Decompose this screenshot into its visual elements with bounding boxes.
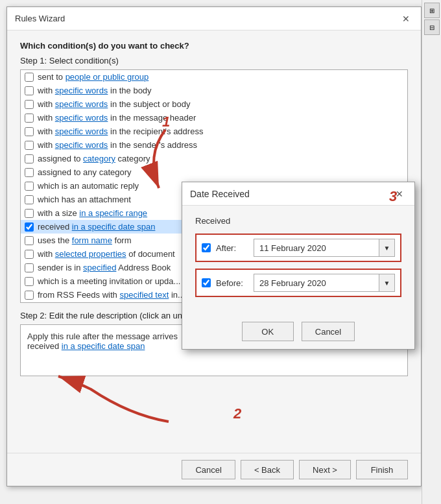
condition-any-category[interactable]: assigned to any category xyxy=(21,165,407,179)
specific-words-body-link[interactable]: specific words xyxy=(55,86,108,95)
before-date-input-group: ▼ xyxy=(254,274,395,292)
after-date-dropdown-button[interactable]: ▼ xyxy=(379,239,394,256)
condition-sent-to-checkbox[interactable] xyxy=(25,73,34,82)
date-dialog-title: Date Received xyxy=(190,189,250,199)
finish-button[interactable]: Finish xyxy=(356,460,408,479)
rss-specified-text-link[interactable]: specified text xyxy=(119,290,169,300)
date-dialog-body: Received After: ▼ Before: ▼ xyxy=(182,206,414,314)
step2-date-span-link[interactable]: in a specific date span xyxy=(62,341,145,351)
condition-properties-checkbox[interactable] xyxy=(25,250,34,259)
dialog-title: Rules Wizard xyxy=(15,14,65,23)
condition-category[interactable]: assigned to category category xyxy=(21,152,407,165)
condition-words-body[interactable]: with specific words in the body xyxy=(21,84,407,97)
condition-rss-text-checkbox[interactable] xyxy=(25,291,34,300)
specific-words-header-link[interactable]: specific words xyxy=(55,113,108,123)
right-panel-btn-1[interactable]: ⊞ xyxy=(424,3,440,18)
received-section-label: Received xyxy=(195,216,401,226)
date-cancel-button[interactable]: Cancel xyxy=(302,322,355,341)
condition-words-subject-body[interactable]: with specific words in the subject or bo… xyxy=(21,97,407,111)
condition-meeting-checkbox[interactable] xyxy=(25,277,34,286)
date-dialog-close-button[interactable]: ✕ xyxy=(392,187,407,201)
right-panel: ⊞ ⊟ xyxy=(422,0,441,504)
condition-words-recipient[interactable]: with specific words in the recipient's a… xyxy=(21,125,407,138)
condition-category-checkbox[interactable] xyxy=(25,154,34,163)
condition-date-span-checkbox[interactable] xyxy=(25,222,34,232)
people-or-public-group-link[interactable]: people or public group xyxy=(66,72,149,82)
selected-properties-link[interactable]: selected properties xyxy=(55,249,126,259)
step1-label: Step 1: Select condition(s) xyxy=(20,56,408,66)
cancel-button[interactable]: Cancel xyxy=(182,460,235,479)
after-date-input-group: ▼ xyxy=(254,239,395,257)
date-dialog-footer: OK Cancel xyxy=(182,314,414,349)
right-panel-btn-2[interactable]: ⊟ xyxy=(424,19,440,35)
date-received-dialog: Date Received ✕ Received After: ▼ Before… xyxy=(182,182,415,350)
form-name-link[interactable]: form name xyxy=(72,235,112,245)
date-ok-button[interactable]: OK xyxy=(242,322,294,341)
condition-words-body-checkbox[interactable] xyxy=(25,86,34,95)
condition-auto-reply-checkbox[interactable] xyxy=(25,182,34,191)
condition-words-header-checkbox[interactable] xyxy=(25,114,34,123)
condition-any-category-checkbox[interactable] xyxy=(25,168,34,177)
date-span-link[interactable]: in a specific date span xyxy=(72,222,156,232)
after-date-input[interactable] xyxy=(254,241,379,256)
date-dialog-titlebar: Date Received ✕ xyxy=(182,182,414,206)
condition-sent-to[interactable]: sent to people or public group xyxy=(21,70,407,84)
condition-words-sender[interactable]: with specific words in the sender's addr… xyxy=(21,138,407,152)
dialog-titlebar: Rules Wizard ✕ xyxy=(7,7,421,30)
condition-words-sender-checkbox[interactable] xyxy=(25,141,34,150)
dialog-footer: Cancel < Back Next > Finish xyxy=(7,453,421,486)
back-button[interactable]: < Back xyxy=(241,460,294,479)
category-link[interactable]: category xyxy=(83,154,115,163)
specific-words-subject-link[interactable]: specific words xyxy=(55,99,108,109)
before-date-dropdown-button[interactable]: ▼ xyxy=(379,274,394,291)
condition-size-range-checkbox[interactable] xyxy=(25,209,34,218)
dialog-question: Which condition(s) do you want to check? xyxy=(20,41,408,51)
after-label: After: xyxy=(216,243,248,253)
condition-form-name-checkbox[interactable] xyxy=(25,236,34,245)
size-range-link[interactable]: in a specific range xyxy=(79,208,147,218)
before-date-input[interactable] xyxy=(254,276,379,291)
condition-address-book-checkbox[interactable] xyxy=(25,263,34,272)
before-date-row: Before: ▼ xyxy=(195,269,401,297)
specified-address-book-link[interactable]: specified xyxy=(83,263,116,272)
before-label: Before: xyxy=(216,278,248,288)
next-button[interactable]: Next > xyxy=(299,460,351,479)
condition-words-recipient-checkbox[interactable] xyxy=(25,127,34,136)
before-checkbox[interactable] xyxy=(202,278,211,287)
condition-words-header[interactable]: with specific words in the message heade… xyxy=(21,111,407,125)
specific-words-recipient-link[interactable]: specific words xyxy=(55,126,108,136)
after-date-row: After: ▼ xyxy=(195,234,401,262)
specific-words-sender-link[interactable]: specific words xyxy=(55,140,108,150)
after-checkbox[interactable] xyxy=(202,243,211,252)
dialog-close-button[interactable]: ✕ xyxy=(399,12,413,26)
condition-words-subject-body-checkbox[interactable] xyxy=(25,100,34,109)
condition-has-attachment-checkbox[interactable] xyxy=(25,195,34,204)
